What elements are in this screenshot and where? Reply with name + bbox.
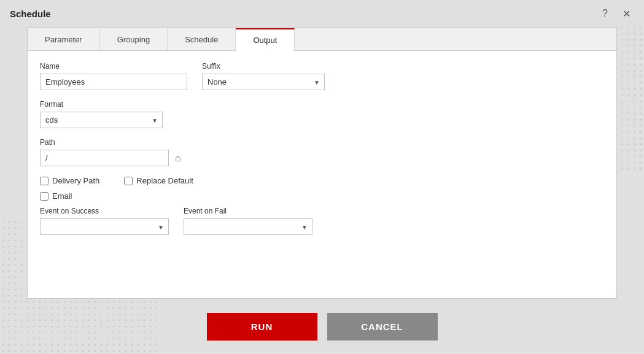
suffix-label: Suffix <box>202 62 325 71</box>
tab-schedule[interactable]: Schedule <box>168 28 236 50</box>
delivery-path-label[interactable]: Delivery Path <box>52 176 99 185</box>
help-button[interactable]: ? <box>599 7 611 20</box>
event-fail-label: Event on Fail <box>184 207 312 215</box>
event-fail-wrapper: ▼ <box>184 218 312 235</box>
path-row-container: Path ⌂ <box>40 138 604 166</box>
format-select-wrapper: cds csv pdf xlsx ▼ <box>40 112 163 128</box>
event-success-wrapper: ▼ <box>40 218 169 235</box>
name-group: Name <box>40 62 187 90</box>
format-row: Format cds csv pdf xlsx ▼ <box>40 100 604 128</box>
email-label[interactable]: Email <box>52 191 72 201</box>
path-group: Path ⌂ <box>40 138 182 166</box>
event-fail-select[interactable] <box>184 218 312 235</box>
email-checkbox[interactable] <box>40 192 48 201</box>
suffix-select-wrapper: None Date Time DateTime ▼ <box>202 74 325 90</box>
tab-bar: Parameter Grouping Schedule Output <box>28 28 616 51</box>
tab-parameter[interactable]: Parameter <box>28 28 100 50</box>
home-icon-button[interactable]: ⌂ <box>174 152 182 165</box>
events-row: Event on Success ▼ Event on Fail <box>40 207 604 235</box>
format-label: Format <box>40 100 163 109</box>
dialog-footer: RUN CANCEL <box>0 299 644 354</box>
run-button[interactable]: RUN <box>207 313 317 341</box>
event-success-label: Event on Success <box>40 207 169 215</box>
name-suffix-row: Name Suffix None Date Time DateTime ▼ <box>40 62 604 90</box>
tab-grouping[interactable]: Grouping <box>100 28 168 50</box>
checkbox-row-1: Delivery Path Replace Default <box>40 176 604 185</box>
event-success-select[interactable] <box>40 218 169 235</box>
replace-default-checkbox[interactable] <box>124 177 133 185</box>
dialog-content: Parameter Grouping Schedule Output Name … <box>27 27 617 299</box>
form-body: Name Suffix None Date Time DateTime ▼ <box>28 51 616 256</box>
format-group: Format cds csv pdf xlsx ▼ <box>40 100 163 128</box>
header-icons: ? ✕ <box>599 7 634 21</box>
email-group: Email <box>40 191 72 201</box>
replace-default-group: Replace Default <box>124 176 193 185</box>
path-input[interactable] <box>40 150 169 166</box>
suffix-select[interactable]: None Date Time DateTime <box>202 74 325 90</box>
close-button[interactable]: ✕ <box>619 7 634 21</box>
dialog-header: Schedule ? ✕ <box>0 0 644 27</box>
tab-output[interactable]: Output <box>236 28 295 52</box>
delivery-path-group: Delivery Path <box>40 176 99 185</box>
event-success-group: Event on Success ▼ <box>40 207 169 235</box>
delivery-path-checkbox[interactable] <box>40 177 48 185</box>
dialog-wrapper: Schedule ? ✕ Parameter Grouping Schedule… <box>0 0 644 354</box>
path-label: Path <box>40 138 182 147</box>
name-label: Name <box>40 62 187 71</box>
event-fail-group: Event on Fail ▼ <box>184 207 312 235</box>
dialog-title: Schedule <box>10 9 599 19</box>
path-input-row: ⌂ <box>40 150 182 166</box>
cancel-button[interactable]: CANCEL <box>327 313 438 341</box>
format-select[interactable]: cds csv pdf xlsx <box>40 112 163 128</box>
suffix-group: Suffix None Date Time DateTime ▼ <box>202 62 325 90</box>
name-input[interactable] <box>40 74 187 90</box>
replace-default-label[interactable]: Replace Default <box>136 176 193 185</box>
checkbox-row-2: Email <box>40 191 604 201</box>
